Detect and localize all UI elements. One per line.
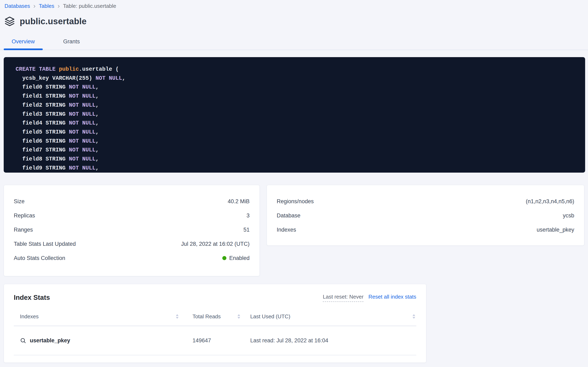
last-used-cell: Last read: Jul 28, 2022 at 16:04 <box>243 337 416 344</box>
sql-line: field2 STRING NOT NULL, <box>16 101 581 110</box>
stat-row: Regions/nodes(n1,n2,n3,n4,n5,n6) <box>277 197 574 206</box>
sql-line: field5 STRING NOT NULL, <box>16 128 581 137</box>
sql-token: field4 STRING <box>16 120 69 126</box>
stat-label: Table Stats Last Updated <box>14 240 76 248</box>
column-header-last-used-utc[interactable]: Last Used (UTC) <box>243 313 416 320</box>
breadcrumb-separator-icon: › <box>58 3 60 8</box>
sql-token: NOT NULL <box>69 93 96 99</box>
stats-panels-row: Size40.2 MiBReplicas3Ranges51Table Stats… <box>4 185 584 276</box>
stat-label: Indexes <box>277 225 296 234</box>
tab-overview[interactable]: Overview <box>4 33 43 50</box>
column-header-indexes[interactable]: Indexes <box>14 313 181 320</box>
index-stats-panel: Index Stats Last reset: Never Reset all … <box>4 284 426 363</box>
layers-icon <box>5 16 15 26</box>
sql-token: NOT NULL <box>69 147 96 153</box>
stat-label: Ranges <box>14 225 33 234</box>
index-stats-title: Index Stats <box>14 294 50 301</box>
sql-token: NOT NULL <box>69 156 96 162</box>
last-reset-label[interactable]: Last reset: Never <box>323 294 364 302</box>
stat-label: Database <box>277 211 301 220</box>
stat-value: (n1,n2,n3,n4,n5,n6) <box>526 197 574 206</box>
stat-label: Replicas <box>14 211 35 220</box>
stat-row: Auto Stats CollectionEnabled <box>14 254 250 262</box>
index-stats-header: Index Stats Last reset: Never Reset all … <box>4 284 426 302</box>
sql-token: ycsb_key VARCHAR(255) <box>16 75 96 81</box>
sql-line: CREATE TABLE public.usertable ( <box>16 65 581 74</box>
sql-token: , <box>96 111 99 117</box>
sort-icon <box>237 314 240 319</box>
index-stats-actions: Last reset: Never Reset all index stats <box>323 294 416 302</box>
sql-token: NOT NULL <box>69 102 96 108</box>
stat-row: Replicas3 <box>14 211 250 220</box>
stat-value: 3 <box>247 211 250 220</box>
reset-index-stats-link[interactable]: Reset all index stats <box>368 294 416 300</box>
sql-token: field1 STRING <box>16 93 69 99</box>
column-header-label: Last Used (UTC) <box>250 313 290 320</box>
sql-token: , <box>96 165 99 171</box>
create-table-statement: CREATE TABLE public.usertable ( ycsb_key… <box>4 57 585 173</box>
sql-token: public <box>59 66 79 72</box>
index-name: usertable_pkey <box>30 337 70 344</box>
sql-line: field7 STRING NOT NULL, <box>16 146 581 155</box>
sql-line: field4 STRING NOT NULL, <box>16 119 581 128</box>
sql-line: field3 STRING NOT NULL, <box>16 110 581 119</box>
sql-line: field6 STRING NOT NULL, <box>16 137 581 146</box>
stat-value: 40.2 MiB <box>228 197 250 206</box>
column-header-total-reads[interactable]: Total Reads <box>181 313 243 320</box>
sql-token: .usertable ( <box>79 66 119 72</box>
stat-row: Databaseycsb <box>277 211 574 220</box>
stat-label: Size <box>14 197 25 206</box>
sort-icon <box>412 314 415 319</box>
sql-token: , <box>96 102 99 108</box>
index-stats-table: IndexesTotal ReadsLast Used (UTC)usertab… <box>14 307 416 355</box>
stat-value-text: (n1,n2,n3,n4,n5,n6) <box>526 197 574 206</box>
sql-token: NOT NULL <box>69 165 96 171</box>
stat-row: Ranges51 <box>14 225 250 234</box>
breadcrumb-link-tables[interactable]: Tables <box>39 3 54 9</box>
breadcrumb-current: Table: public.usertable <box>63 3 116 9</box>
stat-label: Regions/nodes <box>277 197 314 206</box>
total-reads-cell: 149647 <box>181 337 243 344</box>
table-details-panel: Regions/nodes(n1,n2,n3,n4,n5,n6)Database… <box>267 185 584 246</box>
stat-row: Size40.2 MiB <box>14 197 250 206</box>
status-dot-icon <box>222 256 226 260</box>
page-title: public.usertable <box>20 17 86 26</box>
index-table-header-row: IndexesTotal ReadsLast Used (UTC) <box>14 307 416 326</box>
sql-token: , <box>96 156 99 162</box>
sql-token: NOT NULL <box>69 120 96 126</box>
stat-value-text: 51 <box>243 225 250 234</box>
sql-token: field3 STRING <box>16 111 69 117</box>
sql-line: field9 STRING NOT NULL, <box>16 164 581 173</box>
search-icon-wrap <box>20 337 26 343</box>
sql-token: , <box>96 84 99 90</box>
sql-token: field6 STRING <box>16 138 69 144</box>
sql-token: field5 STRING <box>16 129 69 135</box>
tab-bar: OverviewGrants <box>0 33 588 50</box>
sql-token: field0 STRING <box>16 84 69 90</box>
sql-token: field9 STRING <box>16 165 69 171</box>
stat-value: Enabled <box>222 254 250 262</box>
sql-token: CREATE TABLE <box>16 66 59 72</box>
stat-value-text: Enabled <box>229 254 250 262</box>
column-header-label: Indexes <box>20 313 39 320</box>
sql-token: field7 STRING <box>16 147 69 153</box>
table-stats-panel: Size40.2 MiBReplicas3Ranges51Table Stats… <box>4 185 260 276</box>
stat-value: ycsb <box>563 211 574 220</box>
breadcrumb: Databases›Tables›Table: public.usertable <box>0 0 588 9</box>
breadcrumb-separator-icon: › <box>33 3 35 8</box>
column-header-label: Total Reads <box>192 313 221 320</box>
breadcrumb-link-databases[interactable]: Databases <box>5 3 30 9</box>
sql-token: field8 STRING <box>16 156 69 162</box>
sql-token: , <box>122 75 125 81</box>
sql-token: , <box>96 93 99 99</box>
stat-value-text: ycsb <box>563 211 574 220</box>
stat-value-text: Jul 28, 2022 at 16:02 (UTC) <box>181 240 250 248</box>
sql-token: , <box>96 138 99 144</box>
sql-token: NOT NULL <box>69 138 96 144</box>
tab-grants[interactable]: Grants <box>58 33 85 50</box>
stat-label: Auto Stats Collection <box>14 254 65 262</box>
stat-value: Jul 28, 2022 at 16:02 (UTC) <box>181 240 250 248</box>
sql-line: field1 STRING NOT NULL, <box>16 92 581 101</box>
stat-value-text: usertable_pkey <box>537 225 574 234</box>
page-title-row: public.usertable <box>5 16 588 26</box>
